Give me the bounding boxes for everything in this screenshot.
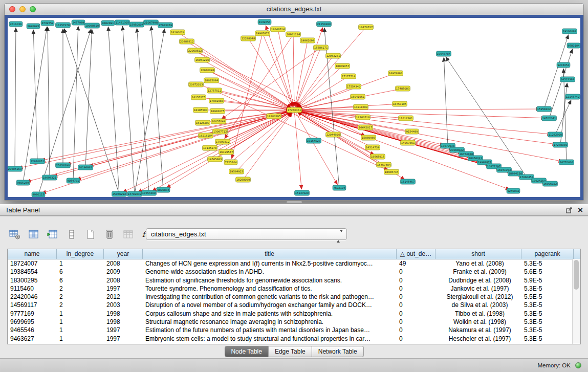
network-node[interactable]: 19106084 <box>562 29 577 34</box>
cell-title[interactable]: Estimation of significance thresholds fo… <box>143 276 397 285</box>
network-node[interactable]: 17240461 <box>287 107 302 113</box>
network-node[interactable]: 2620695 <box>27 24 40 29</box>
table-row[interactable]: 911546021997Tourette syndrome. Phenomeno… <box>8 285 580 293</box>
network-node[interactable]: 14957561 <box>401 140 416 145</box>
cell-pagerank[interactable]: 5.9E-5 <box>521 276 574 285</box>
cell-outde[interactable]: 0 <box>397 293 435 301</box>
network-table-selector[interactable]: citations_edges.txt <box>146 228 347 240</box>
network-node[interactable]: 21067998 <box>144 20 159 25</box>
network-node[interactable]: 18698321 <box>42 175 57 180</box>
cell-pagerank[interactable]: 5.3E-5 <box>521 259 574 268</box>
network-node[interactable]: 12757512 <box>207 88 222 93</box>
network-node[interactable]: 19154523 <box>307 138 321 143</box>
cell-indegree[interactable]: 2 <box>57 301 104 309</box>
column-header-title[interactable]: title <box>143 249 397 259</box>
network-node[interactable]: 19565915 <box>371 154 385 159</box>
cell-outde[interactable]: 49 <box>397 259 435 268</box>
network-node[interactable]: 2457989 <box>72 20 85 25</box>
network-node[interactable]: 8990115 <box>32 192 45 197</box>
cell-title[interactable]: Structural magnetic resonance image aver… <box>143 318 397 326</box>
network-node[interactable]: 9862891 <box>101 20 115 26</box>
network-node[interactable]: 19861098 <box>300 38 315 43</box>
cell-short[interactable]: Franke et al. (2009) <box>435 268 521 276</box>
network-node[interactable]: 16642017 <box>358 125 373 130</box>
cell-indegree[interactable]: 2 <box>57 293 104 301</box>
network-node[interactable]: 15950004 <box>129 22 144 27</box>
network-canvas[interactable]: 2616036262069587395521615727824579891009… <box>8 18 580 197</box>
network-node[interactable]: 18185500 <box>193 107 208 113</box>
network-node[interactable]: 18268099 <box>236 177 251 182</box>
network-node[interactable]: 14702039 <box>127 191 142 196</box>
window-close-button[interactable] <box>9 6 15 12</box>
network-node[interactable]: 2616036 <box>9 21 23 27</box>
cell-name[interactable]: 19384554 <box>8 268 57 276</box>
cell-outde[interactable]: 0 <box>397 276 435 285</box>
network-node[interactable]: 18300295 <box>267 114 281 119</box>
table-row[interactable]: 1938455462009Genome-wide association stu… <box>8 268 580 276</box>
network-node[interactable]: 20672013 <box>189 82 204 87</box>
table-row[interactable]: 1456911722003Disruption of a novel membe… <box>8 301 580 309</box>
network-node[interactable]: 9580104 <box>567 43 580 48</box>
cell-outde[interactable]: 0 <box>397 326 435 334</box>
network-node[interactable]: 20057044 <box>211 119 226 124</box>
cell-title[interactable]: Embryonic stem cells: a model to study s… <box>143 335 397 343</box>
cell-name[interactable]: 18300295 <box>8 276 57 285</box>
network-node[interactable]: 19564923 <box>229 169 244 174</box>
network-node[interactable]: 12953231 <box>326 53 341 58</box>
cell-title[interactable]: Changes of HCN gene expression and I(f) … <box>143 259 397 268</box>
cell-title[interactable]: Corpus callosum shape and size in male p… <box>143 310 397 318</box>
network-node[interactable]: 15089989 <box>361 135 376 140</box>
cell-outde[interactable]: 0 <box>397 301 435 309</box>
cell-year[interactable]: 2009 <box>104 268 143 276</box>
cell-short[interactable]: Jankovic et al. (1997) <box>435 285 521 293</box>
cell-year[interactable]: 1997 <box>104 335 143 343</box>
network-node[interactable]: 18985734 <box>384 169 399 174</box>
cell-name[interactable]: 9465546 <box>8 326 57 334</box>
column-header-outde[interactable]: △ out_de… <box>397 249 435 259</box>
cell-name[interactable]: 9115460 <box>8 285 57 293</box>
cell-outde[interactable]: 0 <box>397 310 435 318</box>
network-node[interactable]: 17554340 <box>346 84 361 89</box>
cell-title[interactable]: Estimation of the future numbers of pati… <box>143 326 397 334</box>
cell-year[interactable]: 2003 <box>104 301 143 309</box>
cell-short[interactable]: Tibbo et al. (1998) <box>435 310 521 318</box>
cell-short[interactable]: Yano et al. (2008) <box>435 259 521 268</box>
network-node[interactable]: 15145457 <box>401 179 416 184</box>
network-node[interactable]: 16216104 <box>199 133 213 138</box>
network-node[interactable]: 14702041 <box>542 116 557 121</box>
cell-name[interactable]: 9699695 <box>8 318 57 326</box>
new-column-icon[interactable] <box>83 227 98 242</box>
cell-year[interactable]: 2008 <box>104 276 143 285</box>
network-node[interactable]: 17177714 <box>341 74 356 79</box>
cell-indegree[interactable]: 1 <box>57 326 104 334</box>
cell-short[interactable]: Hescheler et al. (1997) <box>435 335 521 343</box>
network-node[interactable]: 12940098 <box>200 68 215 73</box>
cell-year[interactable]: 1997 <box>104 285 143 293</box>
network-node[interactable]: 17081983 <box>209 98 224 103</box>
cell-outde[interactable]: 0 <box>397 318 435 326</box>
cell-indegree[interactable]: 1 <box>57 310 104 318</box>
network-node[interactable]: 9806834 <box>157 187 170 192</box>
cell-title[interactable]: Genome-wide association studies in ADHD. <box>143 268 397 276</box>
network-node[interactable]: 10098610 <box>85 23 100 28</box>
network-node[interactable]: 17683459 <box>158 23 173 28</box>
cell-indegree[interactable]: 6 <box>57 276 104 285</box>
column-header-pagerank[interactable]: pagerank <box>521 249 574 259</box>
column-header-year[interactable]: year <box>104 249 143 259</box>
cell-short[interactable]: Dudbridge et al. (2008) <box>435 276 521 285</box>
cell-pagerank[interactable]: 5.3E-5 <box>521 310 574 318</box>
table-scrollbar-thumb[interactable] <box>574 260 579 290</box>
cell-indegree[interactable]: 2 <box>57 285 104 293</box>
network-node[interactable]: 17135278 <box>203 145 217 150</box>
network-node[interactable]: 20889312 <box>180 39 194 44</box>
close-panel-icon[interactable]: × <box>578 207 583 214</box>
network-node[interactable]: 25656290 <box>56 163 71 168</box>
network-node[interactable]: 22060812 <box>188 48 203 53</box>
cell-short[interactable]: de Silva et al. (2003) <box>435 301 521 309</box>
network-node[interactable]: 22044920 <box>326 132 341 137</box>
cell-name[interactable]: 14569117 <box>8 301 57 309</box>
network-node[interactable]: 21154280 <box>317 21 332 27</box>
cell-pagerank[interactable]: 5.5E-5 <box>521 293 574 301</box>
network-node[interactable]: 16974893 <box>388 71 403 76</box>
network-node[interactable]: 16155275 <box>191 95 206 100</box>
